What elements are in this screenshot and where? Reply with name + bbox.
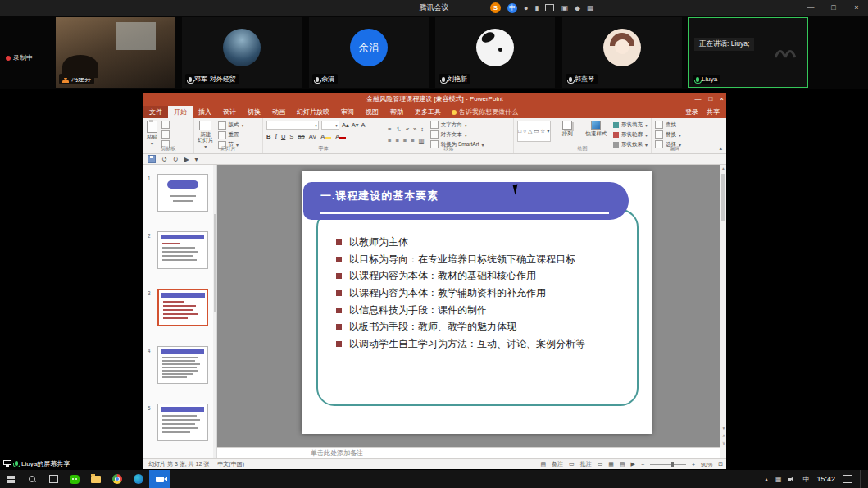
qat-customize-icon[interactable]: ▾ [195,156,198,163]
participant-tile[interactable]: 余涓 余涓 [309,17,429,88]
meeting-app-icon-active[interactable] [149,470,170,488]
tab-review[interactable]: 审阅 [335,106,360,118]
slide-canvas[interactable]: 一.课程建设的基本要素 以教师为主体 以目标为导向：在专业培养目标统领下确立课程… [302,171,652,434]
strikethrough-icon[interactable]: ab [298,133,304,140]
shape-outline-button[interactable]: 形状轮廓▾ [613,130,648,139]
reading-view-icon[interactable]: ▤ [620,461,625,467]
align-center-icon[interactable]: ≡ [395,137,398,144]
previous-slide-icon[interactable]: ∧ [720,432,727,440]
tab-transitions[interactable]: 切换 [242,106,266,118]
fit-to-window-icon[interactable]: ⊡ [718,461,723,467]
comments-icon[interactable]: ▭ [569,461,575,467]
participant-tile-active-speaker[interactable]: 正在讲话: Liuya; Liuya [688,17,808,88]
decrease-font-icon[interactable]: A▾ [352,121,359,129]
shape-fill-button[interactable]: 形状填充▾ [613,121,648,129]
tray-expand-icon[interactable]: ▴ [765,476,768,483]
chrome-app-icon[interactable] [107,470,128,488]
save-icon[interactable] [148,155,156,163]
participant-tile[interactable]: 刘艳新 [435,17,555,88]
font-name-combo[interactable]: ▾ [266,121,319,130]
text-shadow-icon[interactable]: S [289,133,293,140]
slide-thumbnail[interactable]: 1 [143,174,217,212]
clear-format-icon[interactable]: A [361,121,366,129]
start-slideshow-icon[interactable]: ▶ [184,156,189,163]
ppt-close-button[interactable]: × [720,93,724,106]
tell-me-box[interactable]: 告诉我你想要做什么 [447,106,523,118]
mic-icon[interactable]: ▮ [534,4,539,12]
participant-tile[interactable]: 冯建芬 [56,17,175,88]
next-slide-icon[interactable]: ∨ [720,440,727,447]
italic-icon[interactable]: I [275,133,277,140]
network-icon[interactable]: ▦ [775,476,782,483]
language-indicator[interactable]: 中文(中国) [217,460,244,468]
layout-button[interactable]: 版式▾ [218,121,244,130]
scroll-up-icon[interactable]: ▴ [720,165,726,172]
normal-view-icon[interactable]: ▭ [598,461,603,467]
undo-icon[interactable]: ↺ [161,156,167,163]
slide-sorter-icon[interactable]: ▦ [608,461,614,467]
copy-icon[interactable] [161,130,170,139]
slide-thumbnail-selected[interactable]: 3 [143,289,217,327]
line-spacing-icon[interactable]: ↕ [420,125,424,134]
columns-icon[interactable]: ▥ [419,137,425,144]
align-left-icon[interactable]: ≡ [388,137,391,144]
slide-thumbnail[interactable]: 2 [143,231,217,270]
tab-view[interactable]: 视图 [360,106,384,118]
paste-button[interactable]: 粘贴 ▾ [147,121,157,148]
decrease-indent-icon[interactable]: « [406,125,409,134]
redo-icon[interactable]: ↻ [173,156,179,163]
thumbnail-scrollbar[interactable] [213,165,216,458]
zoom-in-icon[interactable]: + [692,462,695,467]
ime-indicator[interactable]: 中 [802,475,809,484]
tab-insert[interactable]: 插入 [193,106,217,118]
participant-tile[interactable]: 郭燕琴 [562,17,682,88]
char-spacing-icon[interactable]: AV [309,133,316,140]
interpretation-icon[interactable]: 中 [507,3,517,13]
minimize-button[interactable]: — [799,0,822,16]
scroll-thumb[interactable] [721,174,725,221]
justify-icon[interactable]: ≡ [411,137,414,144]
edge-app-icon[interactable] [128,470,149,488]
maximize-button[interactable]: □ [822,0,845,16]
slide-title-banner[interactable]: 一.课程建设的基本要素 [303,182,629,220]
members-icon[interactable]: ▣ [561,4,568,12]
cut-icon[interactable] [161,121,170,129]
reset-button[interactable]: 重置 [218,131,244,139]
clock[interactable]: 15:42 [816,475,835,483]
zoom-out-icon[interactable]: − [641,462,644,467]
notes-pane[interactable]: 单击此处添加备注 [217,447,720,458]
increase-indent-icon[interactable]: » [413,125,416,134]
quick-styles-button[interactable]: 快速样式 [584,121,608,148]
tab-animations[interactable]: 动画 [266,106,291,118]
volume-icon[interactable] [788,476,795,482]
font-size-combo[interactable]: ▾ [321,121,339,130]
comments-label[interactable]: 批注 [580,460,592,468]
tab-home[interactable]: 开始 [168,106,193,118]
find-button[interactable]: 查找 [655,121,694,129]
collapse-ribbon-icon[interactable]: ▴ [719,145,722,152]
wechat-app-icon[interactable] [64,470,85,488]
ppt-maximize-button[interactable]: □ [708,93,712,106]
participant-tile[interactable]: 邓军-对外经贸 [182,17,302,88]
shield-icon[interactable]: ◆ [575,4,580,12]
task-view-icon[interactable] [43,470,64,488]
file-explorer-icon[interactable] [85,470,107,488]
align-right-icon[interactable]: ≡ [403,137,407,144]
text-direction-button[interactable]: 文字方向▾ [430,121,484,129]
camera-icon[interactable] [545,4,554,11]
align-text-button[interactable]: 对齐文本▾ [430,130,484,139]
layout-grid-icon[interactable]: ▦ [587,4,594,12]
bold-icon[interactable]: B [266,133,270,140]
search-icon[interactable] [21,470,43,488]
slideshow-view-icon[interactable]: ▶ [631,461,635,467]
close-button[interactable]: × [845,0,868,16]
tab-slideshow[interactable]: 幻灯片放映 [291,106,335,118]
tab-design[interactable]: 设计 [217,106,242,118]
replace-button[interactable]: 替换▾ [655,130,694,139]
ppt-minimize-button[interactable]: — [694,93,701,106]
shapes-gallery[interactable]: □○△ ▭☆▾ [517,121,551,142]
increase-font-icon[interactable]: A▴ [342,121,349,129]
zoom-slider[interactable] [650,464,686,465]
text-highlight-icon[interactable]: A [320,133,331,140]
login-button[interactable]: 登录 [685,107,698,116]
